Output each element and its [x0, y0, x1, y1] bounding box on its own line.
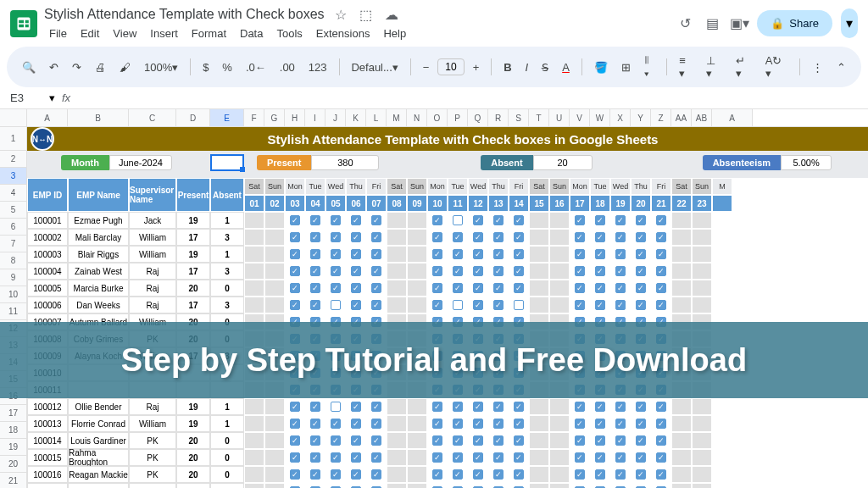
checkbox[interactable] [575, 435, 585, 446]
checkbox[interactable] [514, 402, 524, 412]
attendance-cell[interactable] [488, 212, 509, 229]
attendance-cell[interactable] [692, 483, 712, 488]
checkbox[interactable] [595, 215, 605, 225]
checkbox[interactable] [290, 300, 300, 310]
checkbox[interactable] [453, 469, 463, 480]
checkbox[interactable] [473, 419, 483, 429]
col-header-M[interactable]: M [387, 109, 407, 126]
checkbox[interactable] [636, 452, 646, 463]
attendance-cell[interactable] [326, 398, 346, 415]
attendance-cell[interactable] [590, 432, 610, 449]
checkbox[interactable] [575, 419, 585, 429]
attendance-cell[interactable] [651, 398, 671, 415]
select-all-corner[interactable] [0, 109, 27, 126]
checkbox[interactable] [351, 249, 361, 259]
checkbox[interactable] [595, 232, 605, 242]
attendance-cell[interactable] [692, 415, 712, 432]
col-header-K[interactable]: K [346, 109, 366, 126]
attendance-cell[interactable] [590, 415, 610, 432]
attendance-cell[interactable] [264, 297, 285, 313]
cell-name[interactable]: Florrie Conrad [68, 415, 129, 432]
attendance-cell[interactable] [285, 246, 305, 263]
attendance-cell[interactable] [671, 449, 692, 466]
attendance-cell[interactable] [590, 297, 610, 313]
checkbox[interactable] [493, 249, 504, 259]
attendance-cell[interactable] [671, 415, 692, 432]
attendance-cell[interactable] [244, 280, 264, 297]
attendance-cell[interactable] [427, 432, 448, 449]
attendance-cell[interactable] [346, 415, 366, 432]
checkbox[interactable] [473, 232, 483, 242]
attendance-cell[interactable] [712, 432, 732, 449]
attendance-cell[interactable] [326, 297, 346, 313]
attendance-cell[interactable] [407, 280, 427, 297]
star-icon[interactable]: ☆ [331, 5, 350, 24]
attendance-cell[interactable] [326, 280, 346, 297]
attendance-cell[interactable] [366, 229, 387, 246]
attendance-cell[interactable] [448, 212, 468, 229]
attendance-cell[interactable] [509, 263, 529, 280]
attendance-cell[interactable] [529, 212, 549, 229]
attendance-cell[interactable] [427, 449, 448, 466]
checkbox[interactable] [310, 402, 320, 412]
checkbox[interactable] [351, 402, 361, 412]
italic-icon[interactable]: I [520, 58, 534, 77]
checkbox[interactable] [371, 266, 381, 276]
cell-name[interactable]: Wren Cantu [68, 483, 129, 488]
attendance-cell[interactable] [610, 229, 631, 246]
valign-icon[interactable]: ⊥ ▾ [701, 51, 727, 83]
row-header-3[interactable]: 3 [0, 168, 27, 185]
checkbox[interactable] [636, 419, 646, 429]
attendance-cell[interactable] [509, 297, 529, 313]
checkbox[interactable] [595, 300, 605, 310]
checkbox[interactable] [432, 402, 442, 412]
attendance-cell[interactable] [549, 415, 570, 432]
print-icon[interactable]: 🖨 [90, 58, 111, 77]
checkbox[interactable] [575, 283, 585, 293]
checkbox[interactable] [290, 402, 300, 412]
attendance-cell[interactable] [590, 212, 610, 229]
checkbox[interactable] [351, 266, 361, 276]
attendance-cell[interactable] [590, 466, 610, 483]
zoom-select[interactable]: 100% ▾ [139, 58, 183, 77]
font-decrease[interactable]: − [418, 58, 435, 77]
attendance-cell[interactable] [448, 432, 468, 449]
attendance-cell[interactable] [631, 246, 651, 263]
attendance-cell[interactable] [712, 449, 732, 466]
attendance-cell[interactable] [570, 466, 590, 483]
row-header-17[interactable]: 17 [0, 405, 27, 422]
attendance-cell[interactable] [651, 415, 671, 432]
attendance-cell[interactable] [590, 483, 610, 488]
attendance-cell[interactable] [387, 297, 407, 313]
checkbox[interactable] [575, 452, 585, 463]
undo-icon[interactable]: ↶ [44, 58, 64, 77]
attendance-cell[interactable] [244, 246, 264, 263]
attendance-cell[interactable] [366, 297, 387, 313]
checkbox[interactable] [493, 283, 504, 293]
attendance-cell[interactable] [366, 483, 387, 488]
attendance-cell[interactable] [529, 449, 549, 466]
attendance-cell[interactable] [529, 246, 549, 263]
checkbox[interactable] [595, 402, 605, 412]
attendance-cell[interactable] [366, 432, 387, 449]
checkbox[interactable] [453, 283, 463, 293]
attendance-cell[interactable] [468, 280, 488, 297]
checkbox[interactable] [371, 435, 381, 446]
cell-sup[interactable]: Raj [129, 280, 176, 297]
cell-a[interactable]: 0 [210, 280, 244, 297]
attendance-cell[interactable] [468, 415, 488, 432]
attendance-cell[interactable] [509, 415, 529, 432]
attendance-cell[interactable] [407, 449, 427, 466]
move-icon[interactable]: ⬚ [357, 5, 376, 24]
cell-p[interactable]: 19 [176, 398, 210, 415]
checkbox[interactable] [514, 266, 524, 276]
menu-file[interactable]: File [44, 25, 72, 42]
attendance-cell[interactable] [712, 212, 732, 229]
attendance-cell[interactable] [387, 432, 407, 449]
attendance-cell[interactable] [712, 229, 732, 246]
attendance-cell[interactable] [264, 415, 285, 432]
font-size-input[interactable]: 10 [437, 58, 464, 75]
checkbox[interactable] [493, 215, 504, 225]
checkbox[interactable] [514, 469, 524, 480]
checkbox[interactable] [636, 249, 646, 259]
